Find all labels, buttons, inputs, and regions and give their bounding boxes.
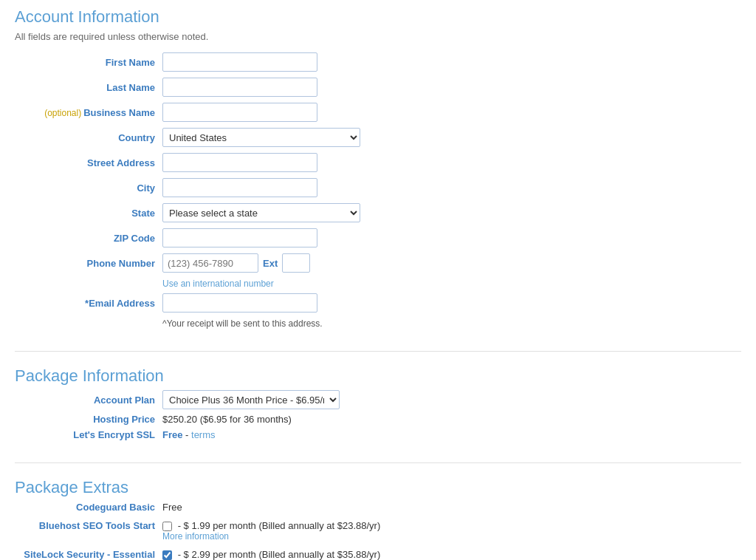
street-address-label: Street Address [15,157,155,168]
email-label: *Email Address [15,298,155,309]
zip-row: ZIP Code [15,228,741,247]
account-information-section: Account Information All fields are requi… [15,7,741,329]
first-name-row: First Name [15,52,741,72]
codeguard-row: Codeguard Basic Free [15,502,741,513]
state-row: State Please select a state [15,203,741,222]
country-row: Country United States [15,128,741,147]
business-name-input[interactable] [162,103,317,122]
city-input[interactable] [162,178,317,197]
optional-tag: (optional) [44,108,81,118]
sitelock-checkbox-label[interactable]: - $ 2.99 per month (Billed annually at $… [162,549,380,560]
ext-label: Ext [263,258,278,269]
street-address-row: Street Address [15,153,741,172]
phone-input[interactable] [162,253,258,273]
email-input[interactable] [162,293,317,313]
business-name-label: (optional)Business Name [15,107,155,118]
last-name-label: Last Name [15,82,155,93]
country-select[interactable]: United States [162,128,360,147]
package-info-title: Package Information [15,366,741,386]
phone-label: Phone Number [15,258,155,269]
street-address-input[interactable] [162,153,317,172]
business-name-row: (optional)Business Name [15,103,741,122]
phone-row: Phone Number Ext [15,253,741,273]
ssl-terms-link[interactable]: terms [191,429,216,440]
seo-more-info-link[interactable]: More information [162,531,380,542]
account-plan-select[interactable]: Choice Plus 36 Month Price - $6.95/mo. [162,390,340,409]
package-extras-section: Package Extras Codeguard Basic Free Blue… [15,478,741,560]
package-extras-title: Package Extras [15,478,741,497]
zip-label: ZIP Code [15,233,155,244]
state-label: State [15,208,155,219]
codeguard-label: Codeguard Basic [15,502,155,513]
country-label: Country [15,132,155,143]
account-info-subtitle: All fields are required unless otherwise… [15,31,741,42]
section-divider-2 [15,462,741,463]
account-info-title: Account Information [15,7,741,27]
sitelock-value: - $ 2.99 per month (Billed annually at $… [162,549,380,560]
state-select[interactable]: Please select a state [162,203,360,222]
phone-group: Ext [162,253,310,273]
sitelock-row: SiteLock Security - Essential - $ 2.99 p… [15,549,741,560]
seo-tools-value: - $ 1.99 per month (Billed annually at $… [162,520,380,542]
account-plan-label: Account Plan [15,395,155,406]
seo-tools-row: Bluehost SEO Tools Start - $ 1.99 per mo… [15,520,741,542]
intl-number-link[interactable]: Use an international number [162,279,741,289]
section-divider-1 [15,351,741,352]
receipt-note: ^Your receipt will be sent to this addre… [162,318,741,329]
sitelock-label: SiteLock Security - Essential [15,549,155,560]
first-name-label: First Name [15,57,155,68]
ssl-label: Let's Encrypt SSL [15,429,155,440]
first-name-input[interactable] [162,52,317,72]
seo-tools-checkbox[interactable] [162,522,172,531]
city-row: City [15,178,741,197]
last-name-row: Last Name [15,78,741,97]
city-label: City [15,182,155,194]
seo-tools-label: Bluehost SEO Tools Start [15,520,155,531]
hosting-price-row: Hosting Price $250.20 ($6.95 for 36 mont… [15,414,741,425]
ssl-value: Free - terms [162,429,216,440]
zip-input[interactable] [162,228,317,247]
account-plan-row: Account Plan Choice Plus 36 Month Price … [15,390,741,409]
last-name-input[interactable] [162,78,317,97]
hosting-price-label: Hosting Price [15,414,155,425]
email-row: *Email Address [15,293,741,313]
seo-checkbox-label[interactable]: - $ 1.99 per month (Billed annually at $… [162,520,380,531]
ssl-row: Let's Encrypt SSL Free - terms [15,429,741,440]
package-information-section: Package Information Account Plan Choice … [15,366,741,440]
sitelock-checkbox[interactable] [162,550,172,560]
ext-input[interactable] [282,253,310,273]
codeguard-value: Free [162,502,182,513]
hosting-price-value: $250.20 ($6.95 for 36 months) [162,414,292,425]
